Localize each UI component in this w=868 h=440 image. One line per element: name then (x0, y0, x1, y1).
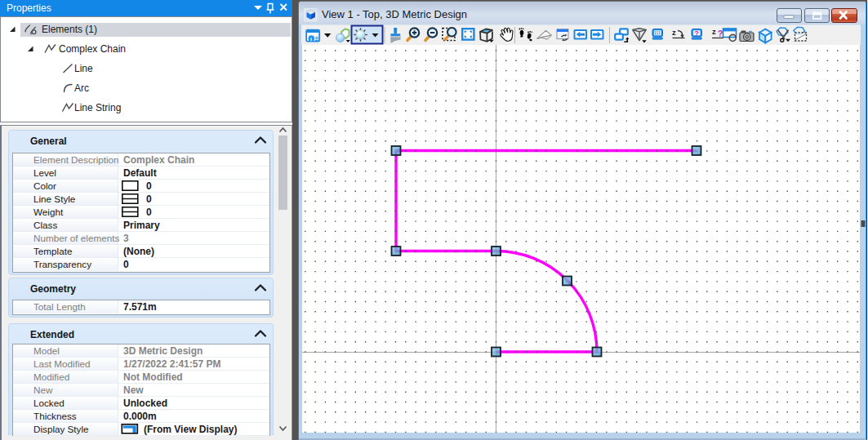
svg-text:?: ? (718, 29, 723, 38)
svg-text:i: i (310, 36, 312, 42)
svg-text:z: z (712, 27, 716, 36)
svg-text:?: ? (695, 29, 699, 38)
svg-text:z: z (672, 28, 676, 37)
